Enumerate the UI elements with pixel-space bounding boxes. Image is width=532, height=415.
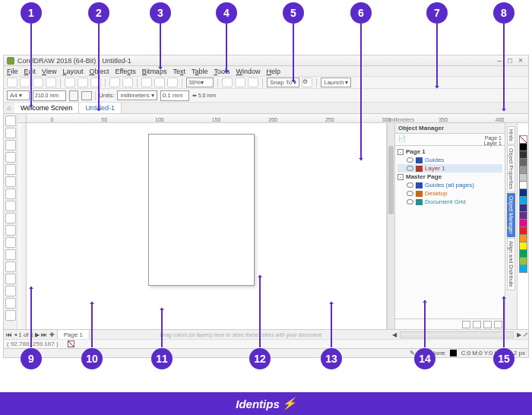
menu-help[interactable]: Help [266,68,280,75]
scrollbar-horizontal[interactable] [400,331,514,338]
tree-layer1[interactable]: Layer 1 [397,164,502,173]
ruler-horizontal: 050100150200250300350400 millimeters [27,114,528,123]
pagesize-combo[interactable]: A4 ▾ [7,90,30,100]
menu-effects[interactable]: Effects [115,68,135,75]
callout-1: 1 [21,2,42,24]
export-button[interactable] [154,78,165,87]
pick-tool[interactable] [5,116,16,126]
tab-object-manager[interactable]: Object Manager [507,193,515,237]
eyedropper-tool[interactable] [5,286,16,296]
units-combo[interactable]: millimeters ▾ [117,90,157,100]
new-master-button[interactable] [473,321,481,328]
page-width-input[interactable]: 210.0 mm [33,90,66,101]
document-palette-bar: ( 92.788; 259.167 ) [4,339,528,348]
rectangle-tool[interactable] [5,188,16,199]
ruler-vertical [17,123,27,329]
options-button[interactable]: ⚙ [302,78,312,87]
launch-combo[interactable]: Launch ▾ [321,78,351,87]
zoom-tool[interactable] [5,152,16,163]
tab-object-properties[interactable]: Object Properties [507,145,515,192]
portrait-button[interactable] [69,90,78,101]
rulers-button[interactable] [235,78,245,87]
callout-3: 3 [150,2,171,24]
menu-text[interactable]: Text [173,68,185,75]
doc-palette-none[interactable] [68,341,74,347]
transparency-tool[interactable] [5,274,16,284]
docker-tree: -Page 1 Guides Layer 1 -Master Page Guid… [395,146,505,318]
ruler-corner [17,114,27,123]
artistic-tool[interactable] [5,176,16,187]
close-button[interactable]: × [516,56,525,65]
redo-button[interactable] [122,78,133,87]
bolt-icon: ⚡ [282,397,296,410]
connector-tool[interactable] [5,249,16,260]
callout-10: 10 [81,348,103,369]
fill-tool[interactable] [5,298,16,309]
docker-tabs: Hints Object Properties Object Manager A… [505,123,517,329]
menu-bitmaps[interactable]: Bitmaps [142,68,167,75]
menu-table[interactable]: Table [192,68,208,75]
landscape-button[interactable] [81,91,92,100]
copy-button[interactable] [78,78,88,87]
app-window: CorelDRAW 2018 (64-Bit) - Untitled-1 – □… [3,55,529,358]
polygon-tool[interactable] [5,213,16,223]
menubar: File Edit View Layout Object Effects Bit… [4,66,528,77]
zoom-combo[interactable]: 38% ▾ [186,78,214,87]
publish-button[interactable] [167,78,178,87]
ellipse-tool[interactable] [5,201,16,211]
outline-swatch[interactable] [450,350,457,356]
tree-page[interactable]: -Page 1 [397,147,502,156]
open-button[interactable] [20,78,30,87]
print-button[interactable] [46,78,56,87]
menu-file[interactable]: File [7,68,18,75]
standard-toolbar: 38% ▾ Snap To ▾ ⚙ Launch ▾ [4,77,528,89]
parallel-tool[interactable] [5,237,16,248]
outline-tool[interactable] [5,310,16,321]
tree-guides-all[interactable]: Guides (all pages) [397,181,502,189]
menu-layout[interactable]: Layout [62,68,83,75]
swatch[interactable] [519,265,527,273]
text-tool[interactable] [5,225,16,236]
crop-tool[interactable] [5,140,16,150]
tree-desktop[interactable]: Desktop [397,189,502,198]
toolbox [4,114,17,329]
import-button[interactable] [141,78,152,87]
freehand-tool[interactable] [5,164,16,175]
cut-button[interactable] [65,78,75,87]
page-tab[interactable]: Page 1 [58,330,90,339]
nudge-input[interactable]: 0.1 mm [160,90,189,101]
tab-align[interactable]: Align and Distribute [507,238,515,290]
home-icon[interactable]: ⌂ [4,103,14,113]
workspace: 050100150200250300350400 millimeters Obj… [4,114,528,329]
color-drop-hint: Drag colors (or layers) here to store th… [90,332,392,337]
drawing-canvas[interactable] [27,123,387,329]
maximize-button[interactable]: □ [505,56,515,65]
coords-label: ( 92.788; 259.167 ) [7,341,59,347]
tab-hints[interactable]: Hints [507,126,515,144]
new-layer-button[interactable] [462,321,470,328]
tree-grid[interactable]: Document Grid [397,198,502,206]
layer-opts-button[interactable] [494,321,502,328]
scrollbar-vertical[interactable] [387,123,394,329]
brand-footer: Identips⚡ [0,392,532,415]
tree-master[interactable]: -Master Page [397,173,502,181]
menu-view[interactable]: View [42,68,56,75]
tab-welcome[interactable]: Welcome Screen [14,103,79,113]
page-outline [148,134,255,286]
dropshadow-tool[interactable] [5,261,16,272]
callout-15: 15 [493,348,515,369]
color-palette [517,123,528,329]
new-button[interactable] [7,78,17,87]
tree-guides[interactable]: Guides [397,156,502,164]
callout-7: 7 [426,2,448,24]
undo-button[interactable] [109,78,120,87]
callout-12: 12 [249,348,271,369]
delete-layer-button[interactable] [483,321,492,328]
menu-window[interactable]: Window [236,68,260,75]
shape-tool[interactable] [5,128,16,138]
save-button[interactable] [33,78,43,87]
fullscreen-button[interactable] [222,78,233,87]
document-tabs: ⌂ Welcome Screen Untitled-1 [4,103,528,114]
grid-button[interactable] [248,78,258,87]
titlebar: CorelDRAW 2018 (64-Bit) - Untitled-1 – □… [4,55,528,66]
